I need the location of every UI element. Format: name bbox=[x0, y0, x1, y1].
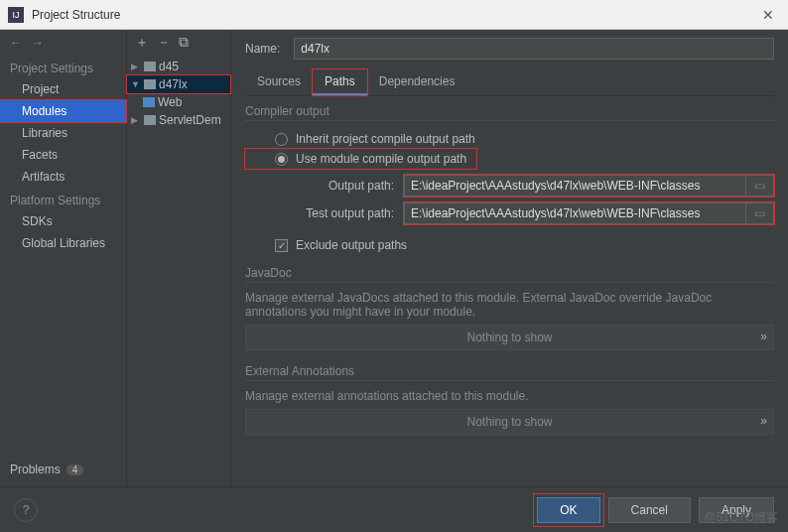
sidebar-item-facets[interactable]: Facets bbox=[0, 144, 126, 166]
cancel-button[interactable]: Cancel bbox=[608, 497, 691, 523]
module-tree-panel: ＋ － ⧉ ▶ d45 ▼ d47lx Web ▶ ServletDem bbox=[127, 30, 231, 486]
tree-item-web[interactable]: Web bbox=[127, 93, 230, 111]
nav-forward-icon[interactable]: → bbox=[32, 36, 44, 50]
javadoc-empty: Nothing to show » bbox=[245, 325, 774, 350]
app-logo-icon: IJ bbox=[8, 7, 24, 23]
annotations-description: Manage external annotations attached to … bbox=[245, 389, 774, 403]
javadoc-description: Manage external JavaDocs attached to thi… bbox=[245, 291, 774, 319]
main-panel: Name: Sources Paths Dependencies Compile… bbox=[231, 30, 788, 486]
footer: ? OK Cancel Apply bbox=[0, 486, 788, 532]
test-output-path-label: Test output path: bbox=[245, 206, 394, 220]
expand-icon[interactable]: » bbox=[760, 330, 767, 343]
tab-dependencies[interactable]: Dependencies bbox=[367, 69, 467, 95]
web-icon bbox=[143, 97, 155, 107]
problems-count-badge: 4 bbox=[66, 465, 84, 475]
sidebar-item-sdks[interactable]: SDKs bbox=[0, 210, 126, 232]
copy-module-icon[interactable]: ⧉ bbox=[179, 34, 189, 52]
radio-checked-icon bbox=[275, 153, 288, 166]
section-platform-settings: Platform Settings bbox=[0, 188, 126, 210]
folder-icon bbox=[144, 62, 156, 71]
compiler-output-label: Compiler output bbox=[245, 104, 774, 121]
tabs: Sources Paths Dependencies bbox=[245, 69, 774, 96]
sidebar-item-libraries[interactable]: Libraries bbox=[0, 122, 126, 144]
sidebar-item-artifacts[interactable]: Artifacts bbox=[0, 166, 126, 188]
tab-paths[interactable]: Paths bbox=[313, 69, 367, 95]
tree-item-d47lx[interactable]: ▼ d47lx bbox=[127, 75, 230, 93]
radio-inherit[interactable]: Inherit project compile output path bbox=[245, 129, 774, 149]
close-icon[interactable]: ✕ bbox=[756, 7, 780, 23]
problems-label: Problems bbox=[10, 463, 61, 476]
test-output-path-input[interactable] bbox=[404, 202, 746, 224]
module-name-input[interactable] bbox=[294, 38, 774, 60]
ok-button[interactable]: OK bbox=[537, 497, 599, 523]
tree-item-servletdemo[interactable]: ▶ ServletDem bbox=[127, 111, 230, 129]
browse-test-output-icon[interactable]: ▭ bbox=[746, 202, 774, 224]
chevron-right-icon: ▶ bbox=[131, 115, 141, 125]
titlebar: IJ Project Structure ✕ bbox=[0, 0, 788, 30]
folder-icon bbox=[144, 79, 156, 89]
section-project-settings: Project Settings bbox=[0, 56, 126, 78]
watermark: @51CTO博客 bbox=[704, 509, 778, 526]
sidebar-item-global-libraries[interactable]: Global Libraries bbox=[0, 232, 126, 254]
annotations-label: External Annotations bbox=[245, 364, 774, 381]
folder-icon bbox=[144, 115, 156, 125]
sidebar-item-project[interactable]: Project bbox=[0, 78, 126, 100]
output-path-input[interactable] bbox=[404, 175, 746, 197]
exclude-output-checkbox[interactable]: ✓ Exclude output paths bbox=[245, 230, 774, 260]
output-path-label: Output path: bbox=[245, 179, 394, 193]
radio-use-module[interactable]: Use module compile output path bbox=[245, 149, 476, 169]
chevron-down-icon: ▼ bbox=[131, 79, 141, 89]
browse-output-icon[interactable]: ▭ bbox=[746, 175, 774, 197]
remove-module-icon[interactable]: － bbox=[157, 34, 171, 52]
expand-icon[interactable]: » bbox=[760, 414, 767, 428]
help-button[interactable]: ? bbox=[14, 498, 38, 522]
chevron-right-icon: ▶ bbox=[131, 62, 141, 71]
radio-icon bbox=[275, 133, 288, 146]
javadoc-label: JavaDoc bbox=[245, 266, 774, 283]
sidebar-item-modules[interactable]: Modules bbox=[0, 100, 126, 122]
annotations-empty: Nothing to show » bbox=[245, 409, 774, 435]
name-label: Name: bbox=[245, 42, 280, 56]
nav-back-icon[interactable]: ← bbox=[10, 36, 22, 50]
tree-item-d45[interactable]: ▶ d45 bbox=[127, 58, 230, 75]
window-title: Project Structure bbox=[32, 8, 756, 22]
tab-sources[interactable]: Sources bbox=[245, 69, 313, 95]
settings-sidebar: ← → Project Settings Project Modules Lib… bbox=[0, 30, 127, 486]
sidebar-item-problems[interactable]: Problems 4 bbox=[0, 453, 126, 486]
checkbox-checked-icon: ✓ bbox=[275, 239, 288, 252]
add-module-icon[interactable]: ＋ bbox=[135, 34, 149, 52]
